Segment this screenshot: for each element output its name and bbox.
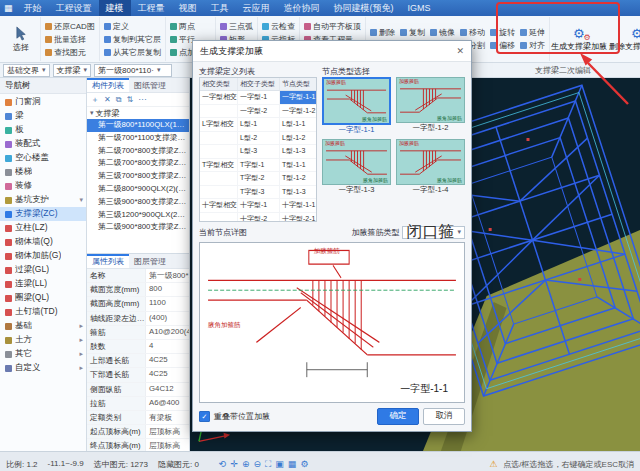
nav-tree-item[interactable]: 梁: [0, 109, 86, 123]
component-item[interactable]: 第二级800*900QLX(2)(1) <120>: [87, 183, 189, 196]
floor-select[interactable]: 基础交界▾: [3, 64, 50, 77]
settings-icon[interactable]: ⚙: [300, 460, 308, 469]
table-row[interactable]: 一字型-2 一字型-1-2: [200, 105, 316, 119]
menu-tab[interactable]: 造价协同: [277, 0, 327, 16]
delete-haunch-button[interactable]: ⚙✕ 删除支撑梁加腋: [608, 17, 640, 61]
new-component-icon[interactable]: ＋: [91, 96, 99, 104]
component-item[interactable]: 第一级700*1100支撑梁ZQL1 <243>: [87, 132, 189, 145]
element-name-select[interactable]: 第一级800*110·▾: [94, 64, 172, 77]
property-row[interactable]: 定额类别 有梁板: [87, 411, 189, 425]
menu-tab[interactable]: 开始: [17, 0, 49, 16]
ribbon-mini-button[interactable]: 复制到其它层: [104, 33, 161, 45]
modify-tool-button[interactable]: 复制: [400, 27, 425, 39]
property-row[interactable]: 终点顶标高(m) 层顶标高: [87, 439, 189, 451]
nav-tree-item[interactable]: 立柱(LZ): [0, 221, 86, 235]
nav-tree-item[interactable]: 砌体加筋(G): [0, 249, 86, 263]
nav-tree-item[interactable]: 圈梁(QL): [0, 291, 86, 305]
nav-tree-item[interactable]: 基础 ▸: [0, 319, 86, 333]
table-row[interactable]: 一字型相交 一字型-1 一字型-1-1: [200, 91, 316, 105]
component-item[interactable]: 第二级700*800支撑梁ZCX(2) <2>: [87, 145, 189, 158]
property-row[interactable]: 下部通长筋 4C25: [87, 368, 189, 382]
ribbon-mini-button[interactable]: 三点弧: [220, 20, 253, 32]
nav-tree-item[interactable]: 板: [0, 123, 86, 137]
property-row[interactable]: 肢数 4: [87, 340, 189, 354]
cancel-button[interactable]: 取消: [423, 408, 465, 425]
modify-tool-button[interactable]: 对齐: [520, 40, 545, 52]
component-item[interactable]: 第三级700*800支撑梁ZCX(2) <62>: [87, 170, 189, 183]
nav-tree-item[interactable]: 门窗洞: [0, 95, 86, 109]
select-button[interactable]: 选择: [6, 26, 36, 53]
menu-tab[interactable]: IGMS: [401, 0, 438, 16]
zoom-in-icon[interactable]: ⊕: [242, 460, 250, 469]
close-icon[interactable]: ✕: [456, 46, 464, 56]
ok-button[interactable]: 确定: [377, 408, 419, 425]
nav-tree-item[interactable]: 自定义 ▸: [0, 361, 86, 375]
panel-tab[interactable]: 构件列表: [87, 78, 129, 92]
node-type-card[interactable]: 加腋箍筋 腋角加箍筋 一字型-1-4: [396, 139, 465, 195]
property-row[interactable]: 轴线距梁左边线距离 (400): [87, 312, 189, 326]
ribbon-mini-button[interactable]: 两点: [170, 20, 211, 32]
zoom-out-icon[interactable]: ⊖: [253, 460, 261, 469]
more-icon[interactable]: ⋯: [138, 96, 146, 104]
ribbon-mini-button[interactable]: 批量选择: [45, 33, 95, 45]
nav-tree-item[interactable]: 砌体墙(Q): [0, 235, 86, 249]
ribbon-mini-button[interactable]: 还原CAD图: [45, 20, 95, 32]
nav-tree-item[interactable]: 连梁(LL): [0, 277, 86, 291]
property-row[interactable]: 箍筋 A10@200(4): [87, 326, 189, 340]
menu-tab[interactable]: 协同建模(预免): [327, 0, 401, 16]
nav-tree-item[interactable]: 装修: [0, 179, 86, 193]
panel-tab[interactable]: 图纸管理: [129, 78, 171, 92]
dialog-title-bar[interactable]: 生成支撑梁加腋 ✕: [193, 41, 471, 62]
property-row[interactable]: 拉筋 A6@400: [87, 397, 189, 411]
property-row[interactable]: 截面宽度(mm) 800: [87, 283, 189, 297]
ribbon-mini-button[interactable]: 自动平齐板顶: [304, 20, 361, 32]
nav-tree-item[interactable]: 土钉墙(TD): [0, 305, 86, 319]
property-row[interactable]: 起点顶标高(m) 层顶标高: [87, 425, 189, 439]
app-logo-icon[interactable]: ▦: [4, 3, 13, 13]
table-row[interactable]: T字型-2 T型-1-2: [200, 172, 316, 186]
node-type-card[interactable]: 加腋箍筋 腋角加箍筋 一字型-1-2: [396, 77, 465, 135]
nav-tree-item[interactable]: 基坑支护 ▾: [0, 193, 86, 207]
modify-tool-button[interactable]: 镜像: [430, 27, 455, 39]
menu-tab[interactable]: 建模: [99, 0, 131, 16]
generate-haunch-button[interactable]: ⚙⚙ 生成支撑梁加腋: [550, 17, 608, 61]
sort-icon[interactable]: ⇅: [126, 96, 133, 104]
orbit-icon[interactable]: ⟲: [219, 460, 227, 469]
panel-tab[interactable]: 属性列表: [87, 254, 129, 268]
table-row[interactable]: L型-3 L型-1-3: [200, 145, 316, 159]
pan-icon[interactable]: ✛: [230, 460, 238, 469]
component-item[interactable]: 第三级1200*900QLX(2)(1) <302>: [87, 209, 189, 222]
menu-tab[interactable]: 工具: [204, 0, 236, 16]
menu-tab[interactable]: 工程设置: [49, 0, 99, 16]
fit-view-icon[interactable]: ⛶: [265, 460, 271, 469]
copy-component-icon[interactable]: ⧉: [116, 96, 122, 104]
modify-tool-button[interactable]: 旋转: [490, 27, 515, 39]
tree-group-header[interactable]: ▾支撑梁: [87, 107, 189, 119]
menu-tab[interactable]: 工程量: [131, 0, 172, 16]
property-row[interactable]: 侧面纵筋 G4C12: [87, 383, 189, 397]
nav-tree-item[interactable]: 其它 ▸: [0, 347, 86, 361]
component-item[interactable]: 第二级700*800支撑梁ZCX(2) <82>: [87, 157, 189, 170]
component-item[interactable]: 第三级900*800支撑梁ZCX(2) <14>: [87, 196, 189, 209]
ribbon-mini-button[interactable]: 定义: [104, 20, 161, 32]
table-row[interactable]: T字型-3 T型-1-3: [200, 186, 316, 200]
nav-tree-item[interactable]: 支撑梁(ZC): [0, 207, 86, 221]
element-type-select[interactable]: 支撑梁▾: [53, 64, 92, 77]
overlap-checkbox[interactable]: ✓: [199, 411, 210, 422]
ribbon-mini-button[interactable]: 从其它层复制: [104, 46, 161, 58]
property-row[interactable]: 上部通长筋 4C25: [87, 354, 189, 368]
modify-tool-button[interactable]: 偏移: [490, 40, 515, 52]
stirrup-type-select[interactable]: 闭口箍▾: [402, 226, 465, 239]
layers-icon[interactable]: ▦: [288, 460, 297, 469]
nav-tree-item[interactable]: 土方 ▸: [0, 333, 86, 347]
table-row[interactable]: L字型相交 L型-1 L型-1-1: [200, 118, 316, 132]
table-row[interactable]: T字型相交 T字型-1 T型-1-1: [200, 159, 316, 173]
node-type-card[interactable]: 加腋箍筋 腋角加箍筋 一字型-1-3: [322, 139, 391, 195]
nav-tree-item[interactable]: 楼梯: [0, 165, 86, 179]
modify-tool-button[interactable]: 删除: [370, 27, 395, 39]
nav-tree-item[interactable]: 空心楼盖: [0, 151, 86, 165]
component-item[interactable]: 第二级900*800支撑梁ZCX(2) <9>: [87, 221, 189, 234]
table-row[interactable]: 十字型-2 十字型-2-1: [200, 213, 316, 223]
table-row[interactable]: L型-2 L型-1-2: [200, 132, 316, 146]
component-item[interactable]: 第一级800*1100QLX(1)(1) <32>: [87, 119, 189, 132]
